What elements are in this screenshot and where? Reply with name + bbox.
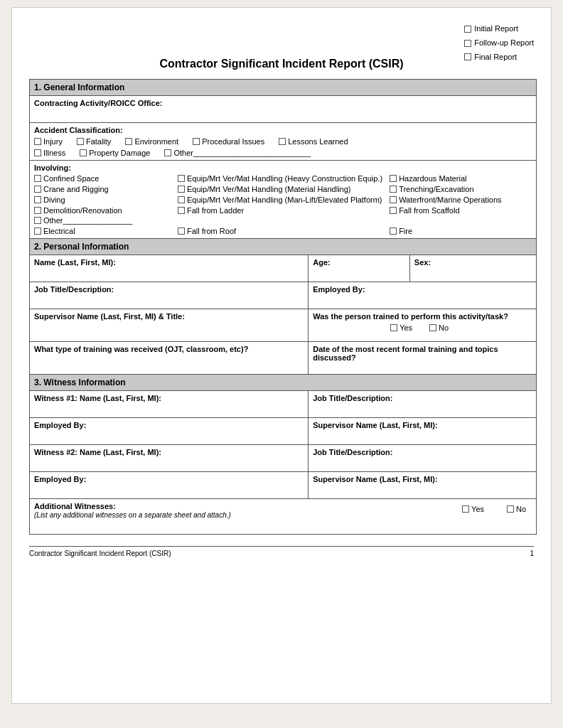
s1-header-row: 1. General Information xyxy=(30,80,537,96)
w1-job-label: Job Title/Description: xyxy=(313,394,392,402)
training-row: What type of training was received (OJT,… xyxy=(30,342,537,375)
add-witnesses-label: Additional Witnesses: xyxy=(34,502,116,510)
involving-label: Involving: xyxy=(34,164,71,172)
training-type-label: What type of training was received (OJT,… xyxy=(34,345,248,353)
w2-emp-cell: Employed By: xyxy=(30,472,309,499)
trained-no-label: No xyxy=(439,323,449,332)
procedural-check: Procedural Issues xyxy=(193,137,264,146)
procedural-label: Procedural Issues xyxy=(202,137,264,146)
supervisor-label: Supervisor Name (Last, First, MI) & Titl… xyxy=(34,312,185,321)
w1-name-cell: Witness #1: Name (Last, First, MI): xyxy=(30,391,309,418)
w1-sup-cell: Supervisor Name (Last, First, MI): xyxy=(309,418,537,445)
contracting-label: Contracting Activity/ROICC Office: xyxy=(34,99,163,107)
lessons-check: Lessons Learned xyxy=(279,137,348,146)
contracting-cell: Contracting Activity/ROICC Office: xyxy=(30,96,537,123)
w1-job-cell: Job Title/Description: xyxy=(309,391,537,418)
add-witnesses-cell: Additional Witnesses: (List any addition… xyxy=(30,499,537,535)
job-title-cell: Job Title/Description: xyxy=(30,282,309,309)
initial-report-checkbox[interactable] xyxy=(464,26,471,33)
w1-sup-label: Supervisor Name (Last, First, MI): xyxy=(313,421,437,429)
w2-sup-label: Supervisor Name (Last, First, MI): xyxy=(313,475,437,483)
accident-row: Accident Classification: Injury Fatality… xyxy=(30,123,537,161)
w2-emp-sup-row: Employed By: Supervisor Name (Last, Firs… xyxy=(30,472,537,499)
name-age-sex-row: Name (Last, First, MI): Age: Sex: xyxy=(30,255,537,282)
add-yes-label: Yes xyxy=(471,505,484,513)
equip-heavy-label: Equip/Mrt Ver/Mat Handling (Heavy Constr… xyxy=(187,174,382,183)
confined-space-label: Confined Space xyxy=(43,174,99,183)
form-title: Contractor Significant Incident Report (… xyxy=(29,58,534,70)
final-report-label: Final Report xyxy=(474,50,517,65)
age-cell: Age: xyxy=(309,255,410,282)
fall-roof-label: Fall from Roof xyxy=(187,227,236,235)
waterfront-label: Waterfront/Marine Operations xyxy=(399,196,501,204)
fatality-check: Fatality xyxy=(77,137,111,146)
followup-report-label: Follow-up Report xyxy=(474,36,534,50)
w2-job-label: Job Title/Description: xyxy=(313,448,392,456)
s1-header: 1. General Information xyxy=(30,80,537,96)
other-inv-label: Other________________ xyxy=(43,216,132,225)
other-acc-label: Other___________________________ xyxy=(173,149,311,157)
employed-by-cell: Employed By: xyxy=(309,282,537,309)
add-no-label: No xyxy=(516,505,526,513)
footer-right: 1 xyxy=(530,550,534,557)
other-inv-check: Other________________ xyxy=(34,216,171,225)
add-witnesses-note: (List any additional witnesses on a sepa… xyxy=(34,511,231,519)
hazmat-check: Hazardous Material xyxy=(390,174,526,183)
w2-name-label: Witness #2: Name (Last, First, MI): xyxy=(34,448,161,456)
followup-report-checkbox[interactable] xyxy=(464,40,471,47)
supervisor-cell: Supervisor Name (Last, First, MI) & Titl… xyxy=(30,309,309,342)
s2-header-row: 2. Personal Information xyxy=(30,239,537,255)
initial-report-label: Initial Report xyxy=(474,22,518,36)
name-label: Name (Last, First, MI): xyxy=(34,258,116,267)
w1-name-label: Witness #1: Name (Last, First, MI): xyxy=(34,394,161,402)
recent-training-label: Date of the most recent formal training … xyxy=(313,345,498,362)
trained-label: Was the person trained to perform this a… xyxy=(313,312,508,321)
w2-sup-cell: Supervisor Name (Last, First, MI): xyxy=(309,472,537,499)
footer: Contractor Significant Incident Report (… xyxy=(29,546,534,557)
accident-cell: Accident Classification: Injury Fatality… xyxy=(30,123,537,161)
electrical-check: Electrical xyxy=(34,227,171,235)
recent-training-cell: Date of the most recent formal training … xyxy=(309,342,537,375)
trained-no: No xyxy=(429,323,449,332)
page: Initial Report Follow-up Report Final Re… xyxy=(11,7,552,704)
add-yes: Yes xyxy=(462,505,484,513)
property-label: Property Damage xyxy=(89,149,150,157)
age-label: Age: xyxy=(313,258,330,267)
fall-scaffold-check: Fall from Scaffold xyxy=(390,206,526,215)
w2-emp-label: Employed By: xyxy=(34,475,86,483)
report-type-section: Initial Report Follow-up Report Final Re… xyxy=(464,22,534,64)
property-check: Property Damage xyxy=(80,149,150,157)
w2-name-job-row: Witness #2: Name (Last, First, MI): Job … xyxy=(30,445,537,472)
diving-label: Diving xyxy=(43,196,65,204)
waterfront-check: Waterfront/Marine Operations xyxy=(390,196,526,204)
trained-yes-label: Yes xyxy=(400,323,412,332)
equip-heavy-check: Equip/Mrt Ver/Mat Handling (Heavy Constr… xyxy=(178,174,382,183)
crane-check: Crane and Rigging xyxy=(34,185,171,193)
equip-material-check: Equip/Mrt Ver/Mat Handling (Material Han… xyxy=(178,185,382,193)
w1-emp-sup-row: Employed By: Supervisor Name (Last, Firs… xyxy=(30,418,537,445)
final-report-checkbox[interactable] xyxy=(464,53,471,60)
involving-row: Involving: Confined Space Equip/Mrt Ver/… xyxy=(30,161,537,239)
main-form-table: 1. General Information Contracting Activ… xyxy=(29,79,537,535)
equip-manlift-label: Equip/Mrt Ver/Mat Handling (Man-Lift/Ele… xyxy=(187,196,382,204)
crane-label: Crane and Rigging xyxy=(43,185,109,193)
electrical-label: Electrical xyxy=(43,227,75,235)
job-title-label: Job Title/Description: xyxy=(34,285,114,294)
environment-check: Environment xyxy=(125,137,178,146)
footer-left: Contractor Significant Incident Report (… xyxy=(29,550,171,557)
s2-header: 2. Personal Information xyxy=(30,239,537,255)
followup-report-row: Follow-up Report xyxy=(464,36,534,50)
w1-emp-cell: Employed By: xyxy=(30,418,309,445)
fire-label: Fire xyxy=(399,227,412,235)
w2-job-cell: Job Title/Description: xyxy=(309,445,537,472)
confined-space-check: Confined Space xyxy=(34,174,171,183)
s3-header: 3. Witness Information xyxy=(30,375,537,391)
w1-name-job-row: Witness #1: Name (Last, First, MI): Job … xyxy=(30,391,537,418)
sex-label: Sex: xyxy=(414,258,431,267)
trained-yes: Yes xyxy=(390,323,412,332)
illness-check: Illness xyxy=(34,149,65,157)
injury-check: Injury xyxy=(34,137,63,146)
demo-check: Demolition/Renovation xyxy=(34,206,171,215)
involving-cell: Involving: Confined Space Equip/Mrt Ver/… xyxy=(30,161,537,239)
job-employed-row: Job Title/Description: Employed By: xyxy=(30,282,537,309)
